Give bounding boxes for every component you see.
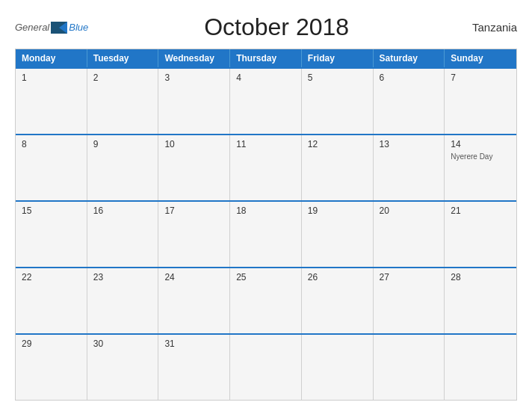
calendar-header: Monday Tuesday Wednesday Thursday Friday… <box>16 49 516 67</box>
day-number: 17 <box>164 206 223 216</box>
day-cell-1-6: 14Nyerere Day <box>445 135 516 200</box>
day-cell-4-6 <box>445 335 516 400</box>
day-number: 12 <box>308 139 367 149</box>
logo-blue-text: Blue <box>69 22 88 33</box>
day-cell-2-3: 18 <box>230 202 302 267</box>
day-number: 22 <box>22 272 81 282</box>
week-4: 22232425262728 <box>16 267 516 333</box>
logo-flag-icon <box>51 22 67 34</box>
day-cell-3-4: 26 <box>302 268 374 333</box>
day-cell-1-4: 12 <box>302 135 374 200</box>
day-cell-1-3: 11 <box>230 135 302 200</box>
day-number: 20 <box>380 206 439 216</box>
week-2: 891011121314Nyerere Day <box>16 134 516 200</box>
day-cell-2-6: 21 <box>445 202 516 267</box>
day-cell-1-5: 13 <box>374 135 445 200</box>
day-cell-0-6: 7 <box>445 69 516 134</box>
day-number: 27 <box>380 272 439 282</box>
day-number: 5 <box>308 72 367 83</box>
day-number: 9 <box>93 139 152 149</box>
day-number: 31 <box>164 339 223 349</box>
day-cell-4-5 <box>374 335 445 400</box>
calendar-page: General Blue October 2018 Tanzania Monda… <box>0 0 532 411</box>
day-number: 3 <box>164 72 223 83</box>
day-cell-1-0: 8 <box>16 135 87 200</box>
holiday-label: Nyerere Day <box>451 152 510 161</box>
day-number: 23 <box>93 272 152 282</box>
day-cell-0-2: 3 <box>158 69 230 134</box>
day-cell-2-1: 16 <box>87 202 159 267</box>
day-number: 21 <box>451 206 510 216</box>
day-number: 28 <box>451 272 510 282</box>
header-tuesday: Tuesday <box>87 49 159 67</box>
day-cell-2-0: 15 <box>16 202 87 267</box>
header-wednesday: Wednesday <box>158 49 230 67</box>
header: General Blue October 2018 Tanzania <box>15 13 517 41</box>
week-5: 293031 <box>16 333 516 400</box>
day-number: 1 <box>22 72 81 83</box>
day-number: 24 <box>164 272 223 282</box>
day-number: 26 <box>308 272 367 282</box>
day-cell-3-6: 28 <box>445 268 516 333</box>
calendar-title: October 2018 <box>88 13 465 41</box>
header-thursday: Thursday <box>230 49 302 67</box>
day-cell-4-2: 31 <box>158 335 230 400</box>
calendar-body: 1234567891011121314Nyerere Day1516171819… <box>16 67 516 400</box>
day-cell-1-2: 10 <box>158 135 230 200</box>
country-label: Tanzania <box>465 21 517 34</box>
day-cell-2-5: 20 <box>374 202 445 267</box>
logo-general-text: General <box>15 22 49 33</box>
logo: General Blue <box>15 22 88 34</box>
day-cell-0-3: 4 <box>230 69 302 134</box>
day-number: 16 <box>93 206 152 216</box>
day-number: 14 <box>451 139 510 149</box>
header-monday: Monday <box>16 49 87 67</box>
day-number: 15 <box>22 206 81 216</box>
day-number: 13 <box>380 139 439 149</box>
day-number: 10 <box>164 139 223 149</box>
day-cell-4-3 <box>230 335 302 400</box>
day-number: 7 <box>451 72 510 83</box>
day-number: 18 <box>236 206 295 216</box>
day-cell-3-0: 22 <box>16 268 87 333</box>
day-number: 6 <box>380 72 439 83</box>
day-number: 11 <box>236 139 295 149</box>
day-cell-4-0: 29 <box>16 335 87 400</box>
day-cell-1-1: 9 <box>87 135 159 200</box>
header-saturday: Saturday <box>374 49 445 67</box>
day-cell-2-2: 17 <box>158 202 230 267</box>
day-cell-2-4: 19 <box>302 202 374 267</box>
day-number: 2 <box>93 72 152 83</box>
day-number: 30 <box>93 339 152 349</box>
day-cell-3-3: 25 <box>230 268 302 333</box>
header-sunday: Sunday <box>445 49 516 67</box>
day-cell-0-1: 2 <box>87 69 159 134</box>
day-cell-0-4: 5 <box>302 69 374 134</box>
day-number: 25 <box>236 272 295 282</box>
day-cell-3-1: 23 <box>87 268 159 333</box>
calendar-grid: Monday Tuesday Wednesday Thursday Friday… <box>15 49 517 401</box>
day-cell-0-5: 6 <box>374 69 445 134</box>
day-cell-3-2: 24 <box>158 268 230 333</box>
week-1: 1234567 <box>16 67 516 134</box>
day-number: 8 <box>22 139 81 149</box>
day-number: 4 <box>236 72 295 83</box>
day-cell-4-4 <box>302 335 374 400</box>
day-cell-4-1: 30 <box>87 335 159 400</box>
day-number: 29 <box>22 339 81 349</box>
day-cell-3-5: 27 <box>374 268 445 333</box>
day-cell-0-0: 1 <box>16 69 87 134</box>
header-friday: Friday <box>302 49 374 67</box>
week-3: 15161718192021 <box>16 200 516 267</box>
day-number: 19 <box>308 206 367 216</box>
